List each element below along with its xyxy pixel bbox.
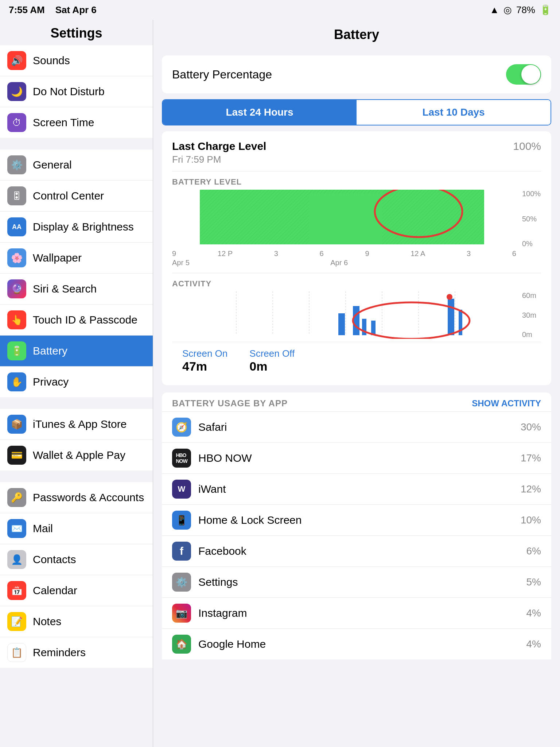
iwant-name: iWant — [198, 483, 521, 495]
iwant-icon: W — [172, 480, 191, 499]
app-row-settings: ⚙️ Settings 5% — [162, 566, 551, 597]
general-icon: ⚙️ — [7, 155, 26, 174]
sidebar-item-itunes[interactable]: 📦 iTunes & App Store — [0, 409, 153, 440]
app-row-googlehome: 🏠 Google Home 4% — [162, 628, 551, 659]
settings-group-2: ⚙️ General 🎛 Control Center AA Display &… — [0, 150, 153, 397]
activity-chart — [172, 291, 519, 339]
iwant-percent: 12% — [521, 483, 541, 495]
svg-rect-16 — [371, 321, 376, 335]
sidebar-label-mail: Mail — [33, 522, 53, 535]
facebook-percent: 6% — [526, 545, 541, 557]
battery-percentage-card: Battery Percentage — [162, 55, 551, 93]
toggle-knob — [521, 65, 540, 84]
usage-header: BATTERY USAGE BY APP SHOW ACTIVITY — [162, 392, 551, 411]
sidebar-item-touchid[interactable]: 👆 Touch ID & Passcode — [0, 305, 153, 336]
screen-off-label: Screen Off — [249, 348, 295, 359]
segment-24hours-label: Last 24 Hours — [226, 107, 293, 118]
sidebar-item-general[interactable]: ⚙️ General — [0, 150, 153, 181]
instagram-icon: 📷 — [172, 604, 191, 623]
touchid-icon: 👆 — [7, 310, 26, 329]
sidebar-label-itunes: iTunes & App Store — [33, 418, 127, 430]
sidebar-label-contacts: Contacts — [33, 553, 76, 566]
settings-group-4: 🔑 Passwords & Accounts ✉️ Mail 👤 Contact… — [0, 482, 153, 668]
sirisearch-icon: 🔮 — [7, 279, 26, 298]
hbonow-name: HBO NOW — [198, 452, 521, 464]
status-icons: ▲ ◎ 78% 🔋 — [490, 4, 551, 16]
x-label-3: 3 — [274, 249, 278, 258]
donotdisturb-icon: 🌙 — [7, 82, 26, 101]
sidebar-item-calendar[interactable]: 📅 Calendar — [0, 575, 153, 606]
wifi-icon: ▲ — [490, 4, 499, 16]
status-date: Sat Apr 6 — [55, 4, 97, 15]
segment-24hours[interactable]: Last 24 Hours — [163, 100, 357, 125]
charge-card: Last Charge Level Fri 7:59 PM 100% BATTE… — [162, 131, 551, 385]
sidebar-label-displaybrightness: Display & Brightness — [33, 221, 134, 233]
sidebar-item-reminders[interactable]: 📋 Reminders — [0, 637, 153, 668]
mail-icon: ✉️ — [7, 519, 26, 538]
app-row-instagram: 📷 Instagram 4% — [162, 597, 551, 628]
status-time: 7:55 AM — [9, 4, 45, 15]
instagram-percent: 4% — [526, 607, 541, 619]
sidebar-item-displaybrightness[interactable]: AA Display & Brightness — [0, 212, 153, 243]
calendar-icon: 📅 — [7, 581, 26, 600]
sidebar-title: Settings — [0, 20, 153, 45]
settings-app-name: Settings — [198, 576, 526, 588]
homelockscreen-icon: 📱 — [172, 511, 191, 530]
screen-on-label: Screen On — [182, 348, 228, 359]
wallpaper-icon: 🌸 — [7, 248, 26, 267]
googlehome-name: Google Home — [198, 638, 526, 650]
sidebar-label-reminders: Reminders — [33, 646, 86, 659]
sidebar-item-notes[interactable]: 📝 Notes — [0, 606, 153, 637]
status-bar: 7:55 AM Sat Apr 6 ▲ ◎ 78% 🔋 — [0, 0, 560, 20]
sidebar-item-wallet[interactable]: 💳 Wallet & Apple Pay — [0, 440, 153, 471]
sidebar-item-mail[interactable]: ✉️ Mail — [0, 513, 153, 544]
sidebar-item-donotdisturb[interactable]: 🌙 Do Not Disturb — [0, 76, 153, 107]
battery-percentage-toggle[interactable] — [506, 64, 541, 85]
show-activity-button[interactable]: SHOW ACTIVITY — [472, 398, 541, 409]
charge-title: Last Charge Level — [172, 140, 266, 152]
screen-on-value: 47m — [182, 359, 228, 374]
settings-app-icon: ⚙️ — [172, 573, 191, 592]
battery-percentage-row: Battery Percentage — [172, 64, 541, 85]
status-time-date: 7:55 AM Sat Apr 6 — [9, 4, 97, 16]
settings-app-percent: 5% — [526, 576, 541, 588]
sidebar-item-controlcenter[interactable]: 🎛 Control Center — [0, 181, 153, 212]
safari-icon: 🧭 — [172, 418, 191, 437]
x-label-12p: 12 P — [218, 249, 233, 258]
charge-percent: 100% — [513, 140, 541, 152]
sidebar-item-sirisearch[interactable]: 🔮 Siri & Search — [0, 274, 153, 305]
right-panel: Battery Battery Percentage Last 24 Hours… — [153, 20, 560, 747]
location-icon: ◎ — [503, 4, 512, 16]
panel-title: Battery — [153, 20, 560, 50]
displaybrightness-icon: AA — [7, 217, 26, 236]
sidebar-label-sounds: Sounds — [33, 54, 70, 67]
privacy-icon: ✋ — [7, 372, 26, 391]
hbonow-percent: 17% — [521, 452, 541, 464]
sidebar-label-touchid: Touch ID & Passcode — [33, 314, 137, 326]
x-label-9b: 9 — [365, 249, 369, 258]
sidebar-item-privacy[interactable]: ✋ Privacy — [0, 367, 153, 397]
contacts-icon: 👤 — [7, 550, 26, 569]
sidebar-label-general: General — [33, 159, 72, 171]
sidebar-item-wallpaper[interactable]: 🌸 Wallpaper — [0, 243, 153, 274]
sidebar-item-battery[interactable]: 🔋 Battery — [0, 336, 153, 367]
sidebar-label-controlcenter: Control Center — [33, 190, 104, 202]
battery-percent: 78% — [516, 4, 535, 16]
screentime-icon: ⏱ — [7, 113, 26, 132]
segment-10days[interactable]: Last 10 Days — [357, 100, 551, 125]
svg-rect-4 — [309, 193, 382, 244]
sidebar-label-donotdisturb: Do Not Disturb — [33, 85, 105, 98]
sidebar-label-privacy: Privacy — [33, 376, 69, 388]
screen-on-group: Screen On 47m — [182, 348, 228, 374]
battery-level-section: BATTERY LEVEL — [172, 171, 541, 267]
sidebar-item-passwords[interactable]: 🔑 Passwords & Accounts — [0, 482, 153, 513]
notes-icon: 📝 — [7, 612, 26, 631]
sidebar-item-screentime[interactable]: ⏱ Screen Time — [0, 107, 153, 138]
svg-rect-14 — [353, 306, 359, 335]
sidebar-item-sounds[interactable]: 🔊 Sounds — [0, 45, 153, 76]
googlehome-icon: 🏠 — [172, 635, 191, 654]
sidebar-item-contacts[interactable]: 👤 Contacts — [0, 544, 153, 575]
battery-icon: 🔋 — [7, 341, 26, 360]
sidebar-label-battery: Battery — [33, 345, 67, 357]
screen-off-group: Screen Off 0m — [249, 348, 295, 374]
